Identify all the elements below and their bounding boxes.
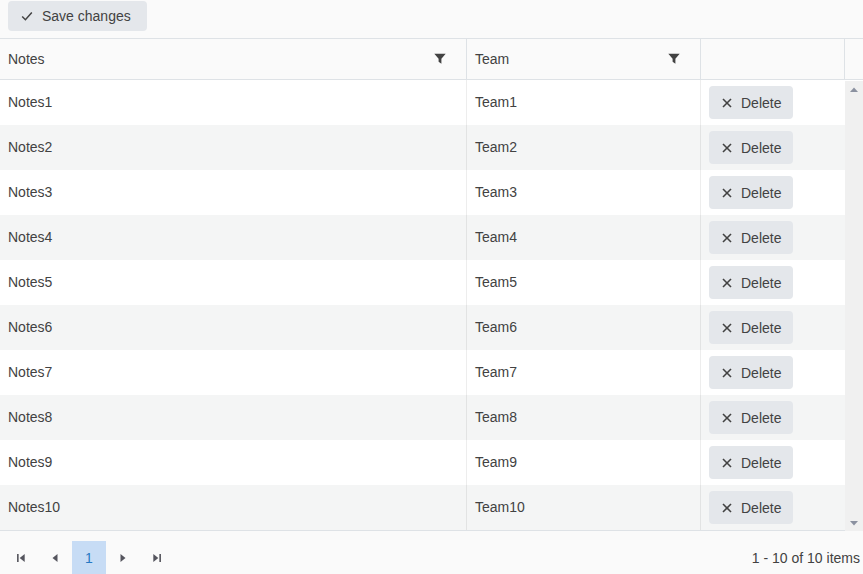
x-icon <box>721 502 733 514</box>
table-row: Notes3 Team3 Delete <box>0 170 845 215</box>
team-cell: Team1 <box>467 80 701 125</box>
caret-right-icon <box>117 552 129 564</box>
notes-cell: Notes6 <box>0 305 467 350</box>
actions-cell: Delete <box>701 170 845 215</box>
x-icon <box>721 277 733 289</box>
x-icon <box>721 367 733 379</box>
table-row: Notes6 Team6 Delete <box>0 305 845 350</box>
team-cell: Team6 <box>467 305 701 350</box>
seek-start-icon <box>15 552 27 564</box>
x-icon <box>721 97 733 109</box>
actions-cell: Delete <box>701 125 845 170</box>
delete-button-label: Delete <box>741 230 781 246</box>
pager-info: 1 - 10 of 10 items <box>752 548 860 574</box>
team-cell: Team8 <box>467 395 701 440</box>
table-row: Notes1 Team1 Delete <box>0 80 845 125</box>
notes-cell: Notes8 <box>0 395 467 440</box>
delete-button[interactable]: Delete <box>709 86 793 119</box>
pager-last-button[interactable] <box>140 541 174 574</box>
team-cell: Team7 <box>467 350 701 395</box>
team-cell: Team10 <box>467 485 701 530</box>
seek-end-icon <box>151 552 163 564</box>
team-cell: Team2 <box>467 125 701 170</box>
x-icon <box>721 232 733 244</box>
team-cell: Team3 <box>467 170 701 215</box>
delete-button[interactable]: Delete <box>709 401 793 434</box>
actions-cell: Delete <box>701 305 845 350</box>
triangle-up-icon <box>849 85 859 95</box>
table-row: Notes2 Team2 Delete <box>0 125 845 170</box>
notes-cell: Notes7 <box>0 350 467 395</box>
pager-page-1-button[interactable]: 1 <box>72 541 106 574</box>
grid-body: Notes1 Team1 Delete Notes2 Team2 Delete <box>0 80 845 530</box>
team-cell: Team9 <box>467 440 701 485</box>
actions-cell: Delete <box>701 260 845 305</box>
header-scrollbar-filler <box>845 39 863 79</box>
notes-cell: Notes2 <box>0 125 467 170</box>
notes-cell: Notes5 <box>0 260 467 305</box>
table-row: Notes4 Team4 Delete <box>0 215 845 260</box>
data-grid: Save changes Notes Team Notes1 Team1 <box>0 0 863 574</box>
table-row: Notes8 Team8 Delete <box>0 395 845 440</box>
table-row: Notes7 Team7 Delete <box>0 350 845 395</box>
pager-next-button[interactable] <box>106 541 140 574</box>
scrollbar-up-arrow[interactable] <box>845 81 863 98</box>
actions-cell: Delete <box>701 350 845 395</box>
column-header-notes[interactable]: Notes <box>0 39 467 79</box>
table-row: Notes5 Team5 Delete <box>0 260 845 305</box>
notes-cell: Notes9 <box>0 440 467 485</box>
delete-button[interactable]: Delete <box>709 491 793 524</box>
scrollbar-down-arrow[interactable] <box>845 514 863 531</box>
triangle-down-icon <box>849 518 859 528</box>
vertical-scrollbar[interactable] <box>845 81 863 531</box>
column-header-team-label: Team <box>475 51 509 67</box>
column-header-team[interactable]: Team <box>467 39 701 79</box>
pager-nav: 1 <box>4 541 174 574</box>
table-row: Notes9 Team9 Delete <box>0 440 845 485</box>
notes-cell: Notes3 <box>0 170 467 215</box>
save-changes-button[interactable]: Save changes <box>8 1 147 31</box>
caret-left-icon <box>49 552 61 564</box>
delete-button-label: Delete <box>741 140 781 156</box>
delete-button-label: Delete <box>741 95 781 111</box>
x-icon <box>721 142 733 154</box>
x-icon <box>721 322 733 334</box>
delete-button[interactable]: Delete <box>709 311 793 344</box>
actions-cell: Delete <box>701 395 845 440</box>
delete-button[interactable]: Delete <box>709 176 793 209</box>
column-header-actions <box>701 39 845 79</box>
notes-cell: Notes1 <box>0 80 467 125</box>
filter-icon[interactable] <box>433 52 447 66</box>
actions-cell: Delete <box>701 485 845 530</box>
delete-button-label: Delete <box>741 185 781 201</box>
delete-button-label: Delete <box>741 320 781 336</box>
save-changes-label: Save changes <box>42 8 131 24</box>
actions-cell: Delete <box>701 215 845 260</box>
team-cell: Team4 <box>467 215 701 260</box>
delete-button[interactable]: Delete <box>709 356 793 389</box>
delete-button[interactable]: Delete <box>709 221 793 254</box>
notes-cell: Notes4 <box>0 215 467 260</box>
actions-cell: Delete <box>701 440 845 485</box>
delete-button-label: Delete <box>741 365 781 381</box>
team-cell: Team5 <box>467 260 701 305</box>
delete-button[interactable]: Delete <box>709 446 793 479</box>
table-row: Notes10 Team10 Delete <box>0 485 845 530</box>
delete-button-label: Delete <box>741 500 781 516</box>
x-icon <box>721 412 733 424</box>
delete-button-label: Delete <box>741 410 781 426</box>
pager-prev-button[interactable] <box>38 541 72 574</box>
x-icon <box>721 187 733 199</box>
delete-button-label: Delete <box>741 455 781 471</box>
grid-pager: 1 1 - 10 of 10 items <box>0 530 863 574</box>
pager-first-button[interactable] <box>4 541 38 574</box>
grid-header: Notes Team <box>0 39 863 80</box>
delete-button-label: Delete <box>741 275 781 291</box>
actions-cell: Delete <box>701 80 845 125</box>
delete-button[interactable]: Delete <box>709 131 793 164</box>
grid-toolbar: Save changes <box>0 0 863 39</box>
delete-button[interactable]: Delete <box>709 266 793 299</box>
filter-icon[interactable] <box>667 52 681 66</box>
notes-cell: Notes10 <box>0 485 467 530</box>
check-icon <box>20 9 34 23</box>
